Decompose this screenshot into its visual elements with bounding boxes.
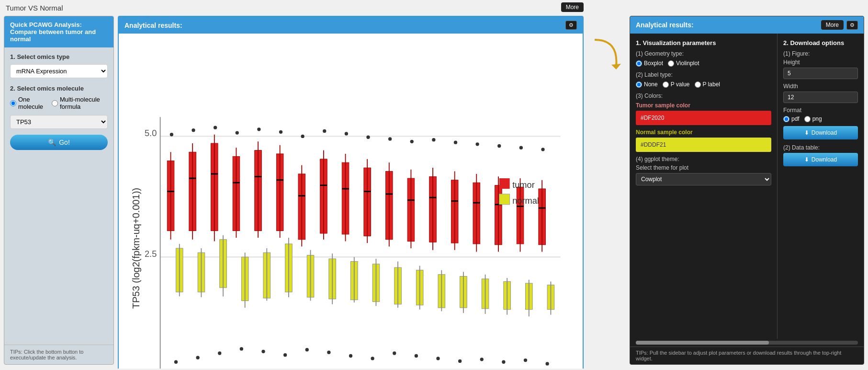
svg-point-106 [323, 129, 326, 133]
pvalue-radio[interactable]: P value [663, 81, 690, 88]
right-widget-button[interactable]: ⚙ [846, 21, 858, 30]
plabel-radio[interactable]: P label [695, 81, 720, 88]
svg-text:tumor: tumor [512, 180, 535, 190]
vis-params-title: 1. Visualization parameters [636, 39, 771, 46]
svg-point-104 [279, 130, 282, 134]
center-panel: Analytical results: ⚙ TP53 (log2(fpkm-uq… [118, 16, 584, 369]
right-tips: TIPs: Pull the sidebar to adjust plot pa… [630, 347, 864, 364]
svg-rect-153 [499, 178, 510, 189]
label-type-label: (2) Label type: [636, 71, 771, 78]
svg-point-119 [218, 351, 221, 355]
right-panel: Analytical results: More ⚙ 1. Visualizat… [630, 16, 864, 365]
png-radio[interactable]: png [804, 116, 822, 122]
molecule-input-row: TP53 [10, 115, 108, 129]
download-opts-title: 2. Download options [783, 39, 858, 46]
svg-text:normal: normal [512, 196, 539, 206]
right-scrollbar[interactable] [636, 341, 858, 345]
data-table-label: (2) Data table: [783, 144, 858, 151]
center-widget-button[interactable]: ⚙ [565, 21, 577, 30]
download-figure-icon: ⬇ [804, 129, 809, 136]
svg-point-129 [436, 357, 440, 360]
page-title: Tumor VS Normal [0, 0, 868, 16]
svg-point-122 [283, 353, 287, 357]
one-molecule-radio[interactable]: One molecule [10, 96, 47, 110]
left-tips: TIPs: Click the bottom button to execute… [4, 345, 113, 364]
svg-text:2.5: 2.5 [145, 249, 157, 259]
svg-point-125 [349, 354, 352, 358]
right-scrollbar-thumb[interactable] [636, 341, 769, 345]
svg-point-124 [327, 351, 330, 354]
normal-color-picker[interactable]: #DDDF21 [636, 138, 771, 152]
right-more-button[interactable]: More [821, 20, 844, 30]
svg-point-116 [541, 148, 544, 151]
svg-text:TP53 (log2(fpkm-uq+0.001)): TP53 (log2(fpkm-uq+0.001)) [131, 188, 141, 309]
svg-point-112 [454, 141, 457, 144]
svg-point-103 [257, 127, 260, 131]
svg-point-132 [502, 360, 505, 364]
svg-point-115 [519, 146, 523, 149]
more-button-top[interactable]: More [561, 2, 584, 12]
molecule-select[interactable]: TP53 [10, 115, 108, 129]
step1-label: 1. Select omics type [10, 53, 108, 60]
width-input[interactable] [783, 92, 858, 103]
search-icon: 🔍 [48, 139, 56, 146]
svg-point-121 [261, 350, 265, 353]
molecule-type-group: One molecule Multi-molecule formula [10, 96, 108, 110]
multi-molecule-radio[interactable]: Multi-molecule formula [52, 96, 108, 110]
pdf-radio[interactable]: pdf [783, 116, 800, 122]
svg-point-128 [415, 354, 418, 358]
center-panel-header: Analytical results: ⚙ [119, 17, 583, 34]
go-button[interactable]: 🔍 Go! [10, 135, 108, 150]
svg-point-102 [236, 131, 239, 134]
svg-point-127 [393, 351, 396, 355]
tumor-color-label: Tumor sample color [636, 102, 771, 109]
arrow-area [587, 16, 626, 365]
svg-point-114 [497, 144, 501, 148]
svg-marker-157 [611, 64, 621, 69]
format-radio-group: pdf png [783, 116, 858, 122]
height-input[interactable] [783, 68, 858, 79]
svg-point-120 [240, 347, 243, 350]
svg-point-99 [170, 133, 173, 136]
tumor-color-picker[interactable]: #DF2020 [636, 111, 771, 125]
theme-select[interactable]: Cowplot theme_bw theme_classic theme_min… [636, 173, 771, 185]
chart-area: TP53 (log2(fpkm-uq+0.001)) 0.0 2.5 5.0 [119, 34, 583, 369]
download-table-icon: ⬇ [804, 156, 809, 163]
svg-point-107 [345, 132, 348, 135]
geometry-label: (1) Geometry type: [636, 50, 771, 57]
left-panel: Quick PCAWG Analysis: Compare between tu… [4, 16, 114, 365]
format-label: Format [783, 107, 858, 114]
svg-rect-155 [499, 194, 510, 205]
svg-point-133 [524, 358, 527, 362]
vis-params-section: 1. Visualization parameters (1) Geometry… [630, 34, 778, 339]
ggplot-label: (4) ggplot theme: [636, 156, 771, 162]
svg-point-130 [458, 359, 462, 363]
svg-point-123 [305, 348, 309, 351]
figure-label: (1) Figure: [783, 50, 858, 57]
omics-type-select[interactable]: mRNA Expression Protein miRNA DNA Methyl… [10, 64, 108, 78]
right-panel-header: Analytical results: More ⚙ [630, 16, 864, 34]
svg-point-109 [388, 137, 392, 140]
left-panel-header: Quick PCAWG Analysis: Compare between tu… [4, 16, 113, 47]
label-radio-group: None P value P label [636, 81, 771, 88]
svg-point-118 [196, 356, 199, 359]
svg-point-105 [301, 135, 304, 138]
svg-point-126 [371, 357, 374, 360]
svg-point-110 [410, 140, 414, 143]
svg-point-117 [174, 360, 178, 364]
arrow-icon [590, 35, 623, 73]
violinplot-radio[interactable]: Violinplot [668, 60, 699, 67]
download-figure-button[interactable]: ⬇ Download [783, 126, 858, 139]
colors-label: (3) Colors: [636, 92, 771, 99]
svg-point-108 [366, 136, 370, 139]
download-table-button[interactable]: ⬇ Download [783, 153, 858, 166]
download-opts-section: 2. Download options (1) Figure: Height W… [778, 34, 864, 339]
svg-text:5.0: 5.0 [145, 128, 157, 138]
none-label-radio[interactable]: None [636, 81, 658, 88]
normal-color-label: Normal sample color [636, 129, 771, 136]
width-label: Width [783, 83, 858, 90]
height-label: Height [783, 59, 858, 66]
boxplot-radio[interactable]: Boxplot [636, 60, 663, 67]
chart-svg: TP53 (log2(fpkm-uq+0.001)) 0.0 2.5 5.0 [124, 38, 578, 369]
svg-point-101 [214, 126, 217, 129]
